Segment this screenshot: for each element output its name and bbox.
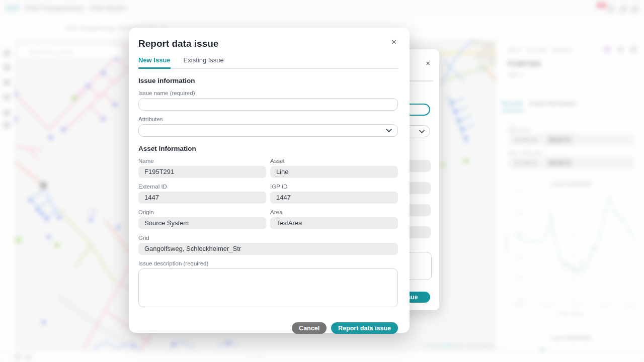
tab-new-issue[interactable]: New Issue (138, 56, 171, 69)
modal-tabs: New Issue Existing Issue (138, 56, 398, 69)
issue-description-label: Issue description (required) (138, 260, 398, 266)
close-icon[interactable]: × (389, 38, 398, 47)
modal-footer: Cancel Report data issue (138, 322, 398, 334)
modal-title: Report data issue (138, 38, 398, 49)
chevron-down-icon (419, 130, 425, 134)
asset-value: Line (270, 166, 398, 178)
attributes-label: Attributes (138, 116, 398, 122)
igp-id-value: 1447 (270, 192, 398, 204)
external-id-label: External ID (138, 184, 266, 190)
issue-name-input[interactable] (138, 98, 398, 111)
name-value: F195T291 (138, 166, 266, 178)
area-value: TestArea (270, 217, 398, 229)
chevron-down-icon (386, 129, 392, 133)
asset-information-heading: Asset information (138, 145, 398, 152)
grid-label: Grid (138, 235, 398, 241)
cancel-button[interactable]: Cancel (292, 322, 327, 334)
tab-existing-issue[interactable]: Existing Issue (184, 56, 224, 68)
attributes-select-input[interactable] (138, 124, 398, 137)
external-id-value: 1447 (138, 192, 266, 204)
issue-information-heading: Issue information (138, 77, 398, 84)
name-label: Name (138, 158, 266, 164)
report-data-issue-modal: × Report data issue New Issue Existing I… (129, 28, 410, 333)
close-icon[interactable]: × (426, 59, 430, 67)
asset-label: Asset (270, 158, 398, 164)
report-data-issue-button[interactable]: Report data issue (331, 322, 398, 334)
origin-label: Origin (138, 209, 266, 215)
area-label: Area (270, 209, 398, 215)
screen: IGF Grid Transparency – Grid Studio 18 ←… (0, 0, 644, 362)
origin-value: Source System (138, 217, 266, 229)
issue-description-textarea[interactable] (138, 268, 398, 307)
grid-value: Gangolfsweg, Schleckheimer_Str (138, 243, 398, 255)
attributes-select[interactable] (138, 124, 398, 137)
igp-id-label: IGP ID (270, 184, 398, 190)
issue-name-label: Issue name (required) (138, 90, 398, 96)
